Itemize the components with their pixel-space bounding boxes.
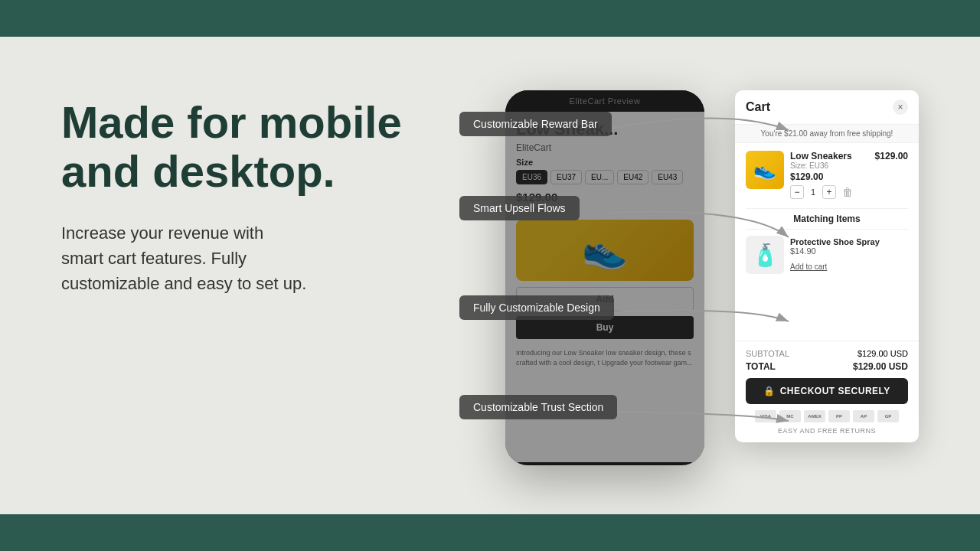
cart-item: 👟 Low Sneakers $129.00 Size: EU36 $129.0… — [746, 151, 908, 199]
sub-text: Increase your revenue with smart cart fe… — [61, 220, 459, 296]
upsell-image: 🧴 — [746, 236, 784, 274]
amex-icon: AMEX — [804, 410, 825, 422]
checkout-label: CHECKOUT SECURELY — [780, 386, 890, 396]
free-shipping-bar: You're $21.00 away from free shipping! — [735, 125, 919, 143]
total-amount: $129.00 USD — [853, 361, 908, 372]
upsell-details: Protective Shoe Spray $14.90 Add to cart — [790, 237, 908, 272]
left-section: Made for mobile and desktop. Increase yo… — [61, 83, 459, 296]
qty-minus-button[interactable]: − — [790, 185, 804, 199]
size-options[interactable]: EU36 EU37 EU... EU42 EU43 — [505, 170, 704, 191]
cart-item-size: Size: EU36 — [790, 161, 908, 170]
cart-panel[interactable]: Cart × You're $21.00 away from free ship… — [735, 90, 919, 442]
total-label: TOTAL — [746, 361, 776, 372]
cart-item-price-right: $129.00 — [875, 151, 908, 161]
size-eu-more[interactable]: EU... — [585, 170, 614, 184]
upsell-item: 🧴 Protective Shoe Spray $14.90 Add to ca… — [746, 236, 908, 274]
close-button[interactable]: × — [893, 99, 908, 115]
spray-icon: 🧴 — [752, 243, 779, 268]
size-eu42[interactable]: EU42 — [617, 170, 648, 184]
cart-footer: SUBTOTAL $129.00 USD TOTAL $129.00 USD 🔒… — [735, 341, 919, 442]
upsell-name: Protective Shoe Spray — [790, 237, 908, 246]
cart-item-details: Low Sneakers $129.00 Size: EU36 $129.00 … — [790, 151, 908, 199]
cart-items: 👟 Low Sneakers $129.00 Size: EU36 $129.0… — [735, 143, 919, 341]
checkout-button[interactable]: 🔒 CHECKOUT SECURELY — [746, 378, 908, 404]
visa-icon: VISA — [755, 410, 776, 422]
annotation-reward-bar: Customizable Reward Bar — [459, 112, 612, 136]
size-label: Size — [505, 158, 704, 170]
subtotal-row: SUBTOTAL $129.00 USD — [746, 349, 908, 358]
annotation-design: Fully Customizable Design — [459, 295, 614, 320]
product-description: Introducing our Low Sneaker low sneaker … — [505, 344, 704, 372]
cart-item-price: $129.00 — [790, 171, 908, 182]
subtotal-label: SUBTOTAL — [746, 349, 789, 358]
applepay-icon: AP — [853, 410, 874, 422]
matching-items-header: Matching Items — [746, 208, 908, 230]
qty-plus-button[interactable]: + — [822, 185, 836, 199]
cart-title: Cart — [746, 100, 770, 114]
product-image: 👟 — [516, 220, 694, 281]
cart-item-image: 👟 — [746, 151, 784, 189]
cart-item-name: Low Sneakers — [790, 151, 852, 161]
size-eu43[interactable]: EU43 — [652, 170, 683, 184]
mastercard-icon: MC — [779, 410, 801, 422]
sneaker-icon: 👟 — [753, 159, 776, 181]
size-eu36[interactable]: EU36 — [516, 170, 547, 184]
main-heading: Made for mobile and desktop. — [61, 98, 459, 196]
total-row: TOTAL $129.00 USD — [746, 361, 908, 372]
cart-header: Cart × — [735, 90, 919, 125]
subtotal-amount: $129.00 USD — [858, 349, 908, 358]
googlepay-icon: GP — [877, 410, 899, 422]
right-section: Customizable Reward Bar Smart Upsell Flo… — [459, 83, 919, 468]
top-bar — [0, 0, 980, 37]
upsell-price: $14.90 — [790, 246, 908, 256]
qty-controls[interactable]: − 1 + 🗑 — [790, 185, 908, 199]
payment-icons: VISA MC AMEX PP AP GP — [746, 410, 908, 422]
lock-icon: 🔒 — [763, 386, 776, 396]
shoe-icon: 👟 — [582, 229, 628, 272]
paypal-icon: PP — [828, 410, 850, 422]
mockup-header: EliteCart Preview — [505, 90, 704, 112]
bottom-bar — [0, 514, 980, 551]
brand-name: EliteCart — [505, 142, 704, 158]
annotation-trust: Customizable Trust Section — [459, 395, 617, 419]
delete-item-button[interactable]: 🗑 — [842, 186, 853, 198]
size-eu37[interactable]: EU37 — [550, 170, 582, 184]
returns-text: EASY AND FREE RETURNS — [746, 427, 908, 435]
add-to-cart-upsell-button[interactable]: Add to cart — [790, 262, 827, 271]
qty-value: 1 — [807, 187, 819, 197]
annotation-upsell-flows: Smart Upsell Flows — [459, 196, 580, 220]
